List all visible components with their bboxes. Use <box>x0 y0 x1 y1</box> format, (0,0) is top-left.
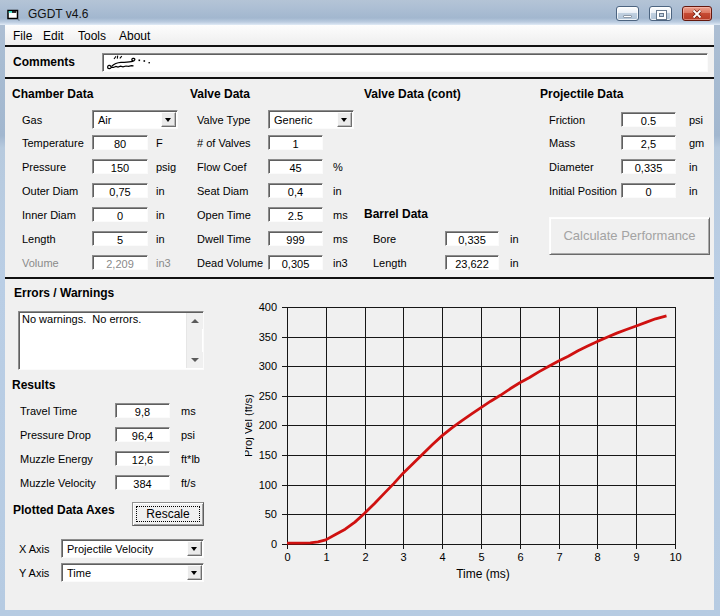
svg-text:250: 250 <box>259 390 277 402</box>
svg-text:150: 150 <box>259 449 277 461</box>
svg-text:7: 7 <box>556 551 562 563</box>
svg-text:200: 200 <box>259 419 277 431</box>
svg-text:2: 2 <box>362 551 368 563</box>
svg-text:50: 50 <box>265 508 277 520</box>
svg-text:8: 8 <box>594 551 600 563</box>
svg-text:6: 6 <box>517 551 523 563</box>
svg-text:0: 0 <box>271 538 277 550</box>
svg-text:1: 1 <box>323 551 329 563</box>
svg-text:4: 4 <box>439 551 445 563</box>
svg-text:Proj Vel (ft/s): Proj Vel (ft/s) <box>245 394 254 457</box>
svg-text:3: 3 <box>400 551 406 563</box>
svg-text:10: 10 <box>669 551 681 563</box>
svg-text:300: 300 <box>259 360 277 372</box>
svg-text:9: 9 <box>633 551 639 563</box>
svg-text:Time (ms): Time (ms) <box>456 567 510 581</box>
svg-text:100: 100 <box>259 479 277 491</box>
svg-text:5: 5 <box>478 551 484 563</box>
svg-text:0: 0 <box>284 551 290 563</box>
svg-text:400: 400 <box>259 301 277 313</box>
svg-text:350: 350 <box>259 331 277 343</box>
